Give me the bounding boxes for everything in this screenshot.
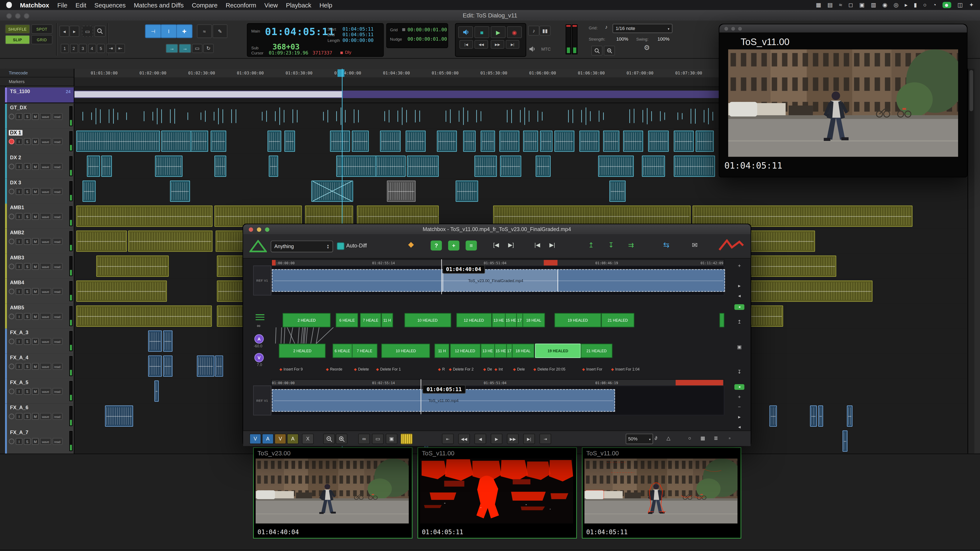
automation-mode-selector[interactable]: read <box>52 163 62 170</box>
track-s-button[interactable]: S <box>24 188 30 195</box>
audio-clip[interactable] <box>269 156 278 177</box>
video-window-titlebar[interactable] <box>719 24 967 33</box>
track-header-fx-a-6[interactable]: FX_A_6ISMwaveread <box>5 403 75 429</box>
track-s-button[interactable]: S <box>24 263 30 270</box>
audio-clip[interactable] <box>76 206 212 227</box>
layer-a-button-1[interactable]: A <box>262 433 274 444</box>
track-name[interactable]: FX_A_3 <box>9 330 30 335</box>
prev-diff-icon[interactable]: |◀ <box>535 242 540 248</box>
audio-clip[interactable] <box>696 130 714 152</box>
grid-icon[interactable]: ▦ <box>402 27 406 31</box>
audio-clip[interactable] <box>330 130 350 152</box>
zoom-preset-5-button[interactable]: 5 <box>97 44 105 53</box>
loop-playback-icon[interactable]: ↻ <box>203 44 214 53</box>
audio-clip[interactable] <box>76 230 127 252</box>
record-enable-button[interactable] <box>9 114 14 119</box>
track-header-dx-1[interactable]: DX 1ISMwaveread <box>5 129 75 154</box>
audio-clip[interactable] <box>407 156 439 177</box>
healed-block[interactable]: 6 HEALE <box>336 313 358 327</box>
audio-clip[interactable] <box>163 356 172 377</box>
preset-select[interactable]: Anything ▲▼ <box>270 240 333 252</box>
apply-conform-icon[interactable]: ⇉ <box>628 241 634 249</box>
healed-block[interactable]: 19 HEALED <box>555 313 601 327</box>
record-enable-button[interactable] <box>9 239 14 244</box>
audio-clip[interactable] <box>818 405 823 427</box>
audio-clip[interactable] <box>352 130 369 152</box>
audio-clip[interactable] <box>105 405 133 427</box>
length-value[interactable]: 00:00:00:00 <box>342 37 374 43</box>
delta-view-icon[interactable]: △ <box>663 433 674 443</box>
audio-clip[interactable] <box>285 130 295 152</box>
healed-block[interactable]: 12 HEALED <box>450 343 480 358</box>
track-header-amb3[interactable]: AMB3ISMwaveread <box>5 254 75 279</box>
track-name[interactable]: FX_A_7 <box>9 430 30 435</box>
track-m-button[interactable]: M <box>32 413 39 420</box>
pencil-tool-button[interactable]: ✎ <box>212 24 228 38</box>
edit-marker[interactable]: R <box>438 367 445 371</box>
automation-mode-selector[interactable]: read <box>52 338 62 345</box>
track-i-button[interactable]: I <box>16 288 22 295</box>
layer-x-button-4[interactable]: X <box>302 433 314 444</box>
insertion-follows-button[interactable]: ▭ <box>192 44 202 53</box>
automation-mode-selector[interactable]: read <box>52 213 62 220</box>
metronome-button[interactable]: ♪ <box>528 25 539 35</box>
playlist-view-selector[interactable]: wave <box>40 438 51 445</box>
audio-clip[interactable] <box>76 130 160 152</box>
track-lane-dx-3[interactable] <box>74 179 967 204</box>
audio-clip[interactable] <box>191 130 208 152</box>
audio-clip[interactable] <box>536 156 550 177</box>
menu-item-edit[interactable]: Edit <box>75 2 86 8</box>
track-name[interactable]: AMB3 <box>9 255 25 260</box>
menu-item-playback[interactable]: Playback <box>286 2 311 8</box>
audio-clip[interactable] <box>197 356 215 377</box>
track-m-button[interactable]: M <box>32 438 39 445</box>
sync-icon[interactable]: ◎ <box>894 2 899 8</box>
help-match-button[interactable]: ? <box>431 240 442 251</box>
track-i-button[interactable]: I <box>16 438 22 445</box>
track-name[interactable]: AMB2 <box>9 230 25 235</box>
go-to-start-button[interactable]: ⇤ <box>442 433 454 444</box>
edit-marker[interactable]: Delete For 1 <box>376 367 401 371</box>
add-icon[interactable]: + <box>734 263 745 268</box>
swap-icon[interactable]: ⇆ <box>663 240 670 249</box>
audio-clip[interactable] <box>500 156 521 177</box>
start-value[interactable]: 01:04:05:11 <box>342 26 374 32</box>
end-value[interactable]: 01:04:05:11 <box>342 32 374 37</box>
minimize-icon[interactable] <box>15 13 21 19</box>
track-m-button[interactable]: M <box>32 263 39 270</box>
track-m-button[interactable]: M <box>32 138 39 145</box>
trim-tool-button[interactable]: ⊣ <box>145 24 161 38</box>
playlist-view-selector[interactable]: wave <box>40 138 51 145</box>
timeline-selection-marker[interactable] <box>337 69 344 77</box>
playlist-view-selector[interactable]: wave <box>40 363 51 370</box>
track-i-button[interactable]: I <box>16 138 22 145</box>
track-header-amb4[interactable]: AMB4ISMwaveread <box>5 279 75 304</box>
audition-icon[interactable]: ◂ <box>734 384 745 390</box>
audio-clip[interactable] <box>128 230 213 252</box>
track-m-button[interactable]: M <box>32 213 39 220</box>
audio-clip[interactable] <box>210 130 226 152</box>
audio-clip[interactable] <box>609 181 625 202</box>
menu-item-view[interactable]: View <box>264 2 278 8</box>
next-match-icon[interactable]: ▶] <box>508 242 514 248</box>
audio-clip[interactable] <box>648 130 668 152</box>
zoom-preset-4-button[interactable]: 4 <box>88 44 96 53</box>
search-zoom-out-button[interactable] <box>604 46 615 56</box>
menu-item-help[interactable]: Help <box>320 2 332 8</box>
zoom-preset-2-button[interactable]: 2 <box>70 44 78 53</box>
record-button[interactable]: ◉ <box>507 26 522 38</box>
step-forward-button[interactable]: ▶▶ <box>507 433 519 444</box>
menu-item-reconform[interactable]: Reconform <box>226 2 256 8</box>
playlist-view-selector[interactable]: wave <box>40 263 51 270</box>
prev-match-icon[interactable]: [◀ <box>493 242 499 248</box>
vertical-scrollbar[interactable] <box>967 69 974 453</box>
audio-clip[interactable] <box>87 156 100 177</box>
audio-clip[interactable] <box>673 130 694 152</box>
track-s-button[interactable]: S <box>24 363 30 370</box>
track-name[interactable]: DX 3 <box>9 180 22 185</box>
automation-mode-selector[interactable]: read <box>52 313 62 320</box>
output-speaker-icon[interactable] <box>529 46 536 54</box>
playlist-view-selector[interactable]: wave <box>40 163 51 170</box>
audio-clip[interactable] <box>376 156 406 177</box>
layer-v-button-0[interactable]: V <box>250 433 261 444</box>
